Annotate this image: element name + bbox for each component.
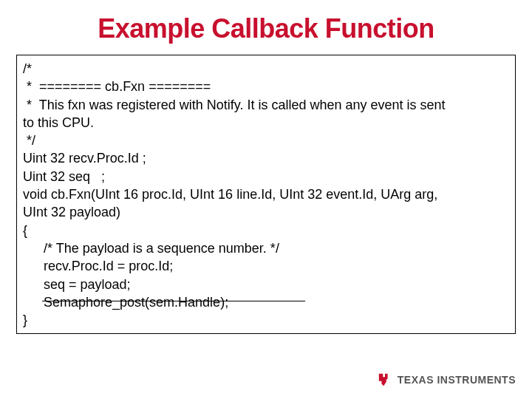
code-line: /*	[23, 60, 509, 78]
ti-chip-icon	[377, 372, 393, 387]
code-line: seq = payload;	[23, 276, 509, 293]
code-line: */	[23, 132, 509, 149]
footer: TEXAS INSTRUMENTS	[377, 372, 516, 387]
code-text: seq = payload;	[44, 277, 131, 292]
code-text: /* The payload is a sequence number. */	[44, 241, 279, 256]
code-line: Uint 32 seq ;	[23, 168, 509, 185]
code-line: recv.Proc.Id = proc.Id;	[23, 257, 509, 275]
ti-logo: TEXAS INSTRUMENTS	[377, 372, 516, 387]
code-line: to this CPU.	[23, 114, 509, 132]
strike-line	[42, 301, 305, 301]
code-line: {	[23, 222, 509, 239]
code-text: Semaphore_post(sem.Handle);	[44, 295, 228, 310]
slide-title: Example Callback Function	[0, 0, 532, 55]
code-line: Semaphore_post(sem.Handle);	[23, 293, 509, 311]
code-text: recv.Proc.Id = proc.Id;	[44, 259, 173, 273]
code-line: Uint 32 recv.Proc.Id ;	[23, 149, 509, 167]
code-line: UInt 32 payload)	[23, 203, 509, 221]
code-box: /* * ======== cb.Fxn ======== * This fxn…	[16, 55, 516, 334]
code-line: /* The payload is a sequence number. */	[23, 239, 509, 257]
code-line: * ======== cb.Fxn ========	[23, 78, 509, 95]
code-line: * This fxn was registered with Notify. I…	[23, 96, 509, 114]
brand-text: TEXAS INSTRUMENTS	[398, 374, 516, 386]
code-line: void cb.Fxn(UInt 16 proc.Id, UInt 16 lin…	[23, 185, 509, 203]
code-line: }	[23, 311, 509, 329]
